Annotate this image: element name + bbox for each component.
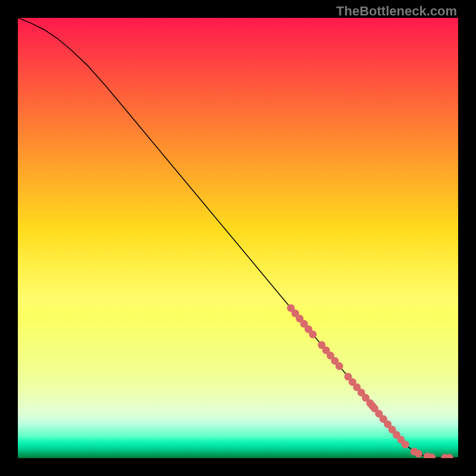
watermark-text: TheBottleneck.com bbox=[336, 4, 457, 19]
plot-area bbox=[18, 18, 458, 458]
highlight-dot bbox=[309, 331, 317, 339]
highlight-dots-group bbox=[287, 304, 453, 458]
highlight-dot bbox=[402, 441, 409, 449]
highlight-dot bbox=[415, 450, 422, 458]
highlight-dot bbox=[336, 362, 343, 370]
chart-svg bbox=[18, 18, 458, 458]
chart-container: TheBottleneck.com bbox=[0, 0, 476, 476]
chart-line bbox=[18, 18, 458, 458]
